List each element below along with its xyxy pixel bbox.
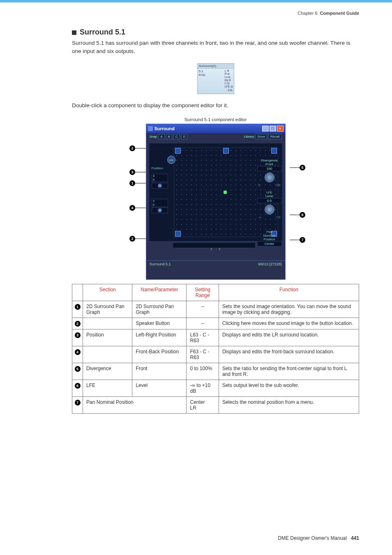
col-section: Section — [83, 284, 132, 301]
divergence-title: Divergence — [257, 159, 282, 162]
speaker-r-button[interactable] — [271, 148, 277, 154]
close-button[interactable]: × — [277, 126, 284, 131]
callout-7: 7 — [300, 237, 305, 243]
snap-c[interactable]: C — [173, 134, 180, 139]
out-ls: Ls — [225, 76, 228, 79]
cell-section — [83, 318, 132, 329]
app-icon — [148, 126, 153, 131]
parameter-table: Section Name/Parameter Setting Range Fun… — [72, 284, 359, 414]
cell-section — [83, 346, 132, 363]
square-bullet-icon — [72, 30, 76, 35]
recall-button[interactable]: Recall — [268, 134, 281, 139]
cell-section: Position — [83, 329, 132, 346]
pos-y-readout: Y0 — [152, 199, 168, 207]
cell-range: -- — [187, 301, 219, 318]
editor-caption: Surround 5.1 component editor — [72, 117, 359, 122]
library-label: Library — [244, 135, 254, 138]
sound-image-dot[interactable] — [224, 191, 227, 194]
pnp-line3: Position — [257, 237, 282, 241]
pnp-line1: Pan — [257, 230, 282, 234]
cell-function: Selects the nominal position from a menu… — [219, 396, 359, 413]
cell-name: 2D Surround Pan Graph — [132, 301, 187, 318]
out-rs: Rs — [225, 79, 228, 82]
surround-component: Surround(2) 5.1 IN1 L R Ls Rs C LFE 1% — [197, 63, 234, 94]
editor-figure: 2 3 1 4 2 5 6 7 3 4 Surround _ □ × — [72, 124, 359, 280]
speaker-ls-button[interactable] — [175, 231, 181, 237]
chapter-title: Component Guide — [320, 11, 359, 16]
chapter-label: Chapter 6 — [297, 11, 317, 16]
cell-range: L63 - C - R63 — [187, 329, 219, 346]
table-row: 7Pan Nominal PositionCenterLRSelects the… — [72, 396, 359, 413]
component-title: Surround(2) — [198, 64, 234, 69]
output-port: R — [225, 72, 233, 76]
out-l: L — [225, 69, 226, 73]
row-number: 7 — [72, 396, 83, 413]
cell-range: CenterLR — [187, 396, 219, 413]
cell-function: Sets output level to the sub woofer. — [219, 380, 359, 396]
page-header: Chapter 6 Component Guide — [0, 2, 392, 16]
output-port: L — [225, 69, 233, 73]
cell-range: 0 to 100% — [187, 363, 219, 380]
output-port: LFE — [225, 85, 233, 88]
surround-editor-window: Surround _ □ × Snap A B C D Library — [146, 124, 286, 280]
col-function: Function — [219, 284, 359, 301]
speaker-l-button[interactable] — [175, 148, 181, 154]
speaker-c-button[interactable] — [223, 148, 229, 154]
callout-6: 6 — [300, 212, 305, 218]
snap-d[interactable]: D — [181, 134, 188, 139]
store-button[interactable]: Store — [255, 134, 267, 139]
window-title: Surround — [154, 126, 175, 131]
window-titlebar[interactable]: Surround _ □ × — [146, 124, 285, 133]
manual-title: DME Designer Owner's Manual — [278, 535, 347, 541]
input-port: IN1 — [199, 74, 206, 77]
lfe-knob[interactable] — [265, 205, 274, 214]
output-port: C — [225, 82, 233, 85]
row-number: 5 — [72, 363, 83, 380]
component-sub: 5.1 — [199, 69, 206, 73]
snap-a[interactable]: A — [158, 134, 164, 139]
maximize-button[interactable]: □ — [270, 126, 276, 131]
divergence-block: Divergence Front 100 0100 — [257, 159, 282, 187]
row-number: 4 — [72, 346, 83, 363]
callout-2: 2 — [129, 145, 135, 151]
pos-y-slider[interactable] — [152, 207, 168, 213]
cell-section: 2D Surround Pan Graph — [83, 301, 132, 318]
table-row: 12D Surround Pan Graph2D Surround Pan Gr… — [72, 301, 359, 318]
callout-3: 3 — [129, 169, 135, 175]
callout-1: 1 — [129, 180, 135, 186]
table-row: 2Speaker Button--Clicking here moves the… — [72, 318, 359, 329]
page-footer: DME Designer Owner's Manual 441 — [278, 535, 359, 541]
col-blank — [72, 284, 83, 301]
pos-x-slider[interactable] — [152, 183, 168, 189]
pan-nominal-select[interactable]: Center — [257, 241, 282, 246]
lfe-label: Level — [257, 194, 282, 198]
cell-function: Displays and edits the front-back surrou… — [219, 346, 359, 363]
component-bottom: 1% — [225, 88, 233, 92]
out-lfe: LFE — [225, 85, 230, 88]
lfe-title: LFE — [257, 191, 282, 194]
cell-name: Left-Right Position — [132, 329, 187, 346]
table-row: 3PositionLeft-Right PositionL63 - C - R6… — [72, 329, 359, 346]
bottom-slider[interactable]: 0 5 — [173, 242, 256, 248]
table-row: 5DivergenceFront0 to 100%Sets the ratio … — [72, 363, 359, 380]
cell-function: Clicking here moves the sound image to t… — [219, 318, 359, 329]
out-c: C — [225, 82, 227, 85]
output-port: Ls — [225, 76, 233, 79]
out-r: R — [225, 72, 227, 76]
lfe-block: LFE Level 0.0 -∞+10 — [257, 191, 282, 219]
lfe-value: 0.0 — [257, 198, 282, 203]
status-left: Surround 5.1 — [150, 262, 171, 266]
table-row: 6LFELevel-∞ to +10 dBSets output level t… — [72, 380, 359, 396]
cell-name: Level — [132, 380, 187, 396]
section-intro: Surround 5.1 has surround pan with three… — [72, 39, 359, 56]
divergence-knob[interactable] — [265, 173, 274, 182]
input-label: IN1 — [201, 74, 206, 77]
dblclick-note: Double-click a component to display the … — [72, 101, 359, 110]
callout-2b: 2 — [129, 236, 135, 242]
snap-b[interactable]: B — [166, 134, 172, 139]
row-number: 3 — [72, 329, 83, 346]
minimize-button[interactable]: _ — [262, 126, 269, 131]
divergence-value: 100 — [257, 166, 282, 171]
pos-x-readout: X0 — [152, 174, 168, 182]
lfe-dial[interactable]: LFE — [167, 156, 175, 164]
